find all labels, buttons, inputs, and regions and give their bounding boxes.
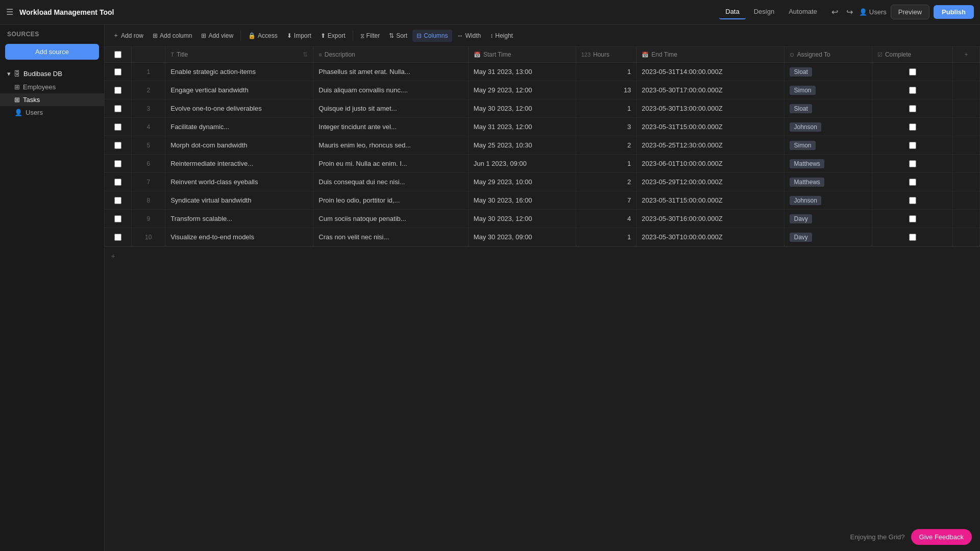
add-view-icon: ⊞ [201,32,206,39]
row-assigned-to: Johnson [785,191,872,210]
row-checkbox[interactable] [114,160,121,167]
complete-checkbox[interactable] [909,197,916,204]
row-end-time: 2023-05-31T14:00:00.000Z [636,63,785,81]
complete-checkbox[interactable] [909,179,916,186]
give-feedback-button[interactable]: Give Feedback [911,529,972,545]
row-checkbox[interactable] [114,215,121,222]
assigned-tag: Matthews [790,178,824,187]
row-checkbox-cell [105,136,132,155]
row-checkbox[interactable] [114,123,121,131]
export-button[interactable]: ⬆ Export [316,30,350,42]
table-row[interactable]: 6 Reintermediate interactive... Proin eu… [105,155,980,173]
complete-checkbox[interactable] [909,215,916,222]
row-extra [953,228,980,246]
header-complete[interactable]: ☑ Complete [872,47,952,63]
row-checkbox[interactable] [114,179,121,186]
row-checkbox-cell [105,210,132,228]
add-view-button[interactable]: ⊞ Add view [197,30,237,42]
row-number: 6 [132,155,165,173]
row-complete [872,210,952,228]
header-description[interactable]: ≡ Description [313,47,468,63]
nav-data[interactable]: Data [719,5,745,19]
row-number: 7 [132,173,165,191]
add-row-button[interactable]: ＋ Add row [109,29,148,42]
row-checkbox[interactable] [114,68,121,76]
sort-button[interactable]: ⇅ Sort [385,30,411,42]
import-button[interactable]: ⬇ Import [283,30,315,42]
row-hours: 3 [576,118,636,136]
columns-button[interactable]: ⊟ Columns [412,30,452,42]
assigned-tag: Davy [790,233,812,242]
assigned-tag: Sloat [790,67,812,77]
table-row[interactable]: 5 Morph dot-com bandwidth Mauris enim le… [105,136,980,155]
row-complete [872,118,952,136]
preview-button[interactable]: Preview [891,5,929,19]
height-icon: ↕ [490,32,493,39]
db-budibase[interactable]: ▾ 🗄 Budibase DB [0,67,104,81]
row-number: 8 [132,191,165,210]
row-checkbox[interactable] [114,87,121,94]
row-complete [872,136,952,155]
tasks-label: Tasks [23,96,40,104]
table-row[interactable]: 9 Transform scalable... Cum sociis natoq… [105,210,980,228]
row-checkbox[interactable] [114,197,121,204]
complete-checkbox[interactable] [909,142,916,149]
table-row[interactable]: 8 Syndicate virtual bandwidth Proin leo … [105,191,980,210]
row-checkbox[interactable] [114,234,121,241]
complete-checkbox[interactable] [909,123,916,131]
complete-checkbox[interactable] [909,160,916,167]
sidebar-item-employees[interactable]: ⊞ Employees [0,81,104,93]
hours-col-icon: 123 [581,52,591,58]
tasks-table: T Title ⇅ ≡ Description [105,47,980,246]
header-start-label: Start Time [483,51,511,58]
filter-button[interactable]: ⧖ Filter [356,30,384,42]
table-row[interactable]: 1 Enable strategic action-items Phasellu… [105,63,980,81]
table-row[interactable]: 4 Facilitate dynamic... Integer tincidun… [105,118,980,136]
nav-design[interactable]: Design [748,5,780,19]
db-icon: 🗄 [14,70,20,78]
complete-checkbox[interactable] [909,105,916,112]
sidebar-item-tasks[interactable]: ⊞ Tasks [0,93,104,106]
undo-button[interactable]: ↩ [829,5,840,19]
redo-button[interactable]: ↪ [844,5,855,19]
main-layout: Sources Add source ▾ 🗄 Budibase DB ⊞ Emp… [0,24,980,551]
row-checkbox[interactable] [114,142,121,149]
table-row[interactable]: 10 Visualize end-to-end models Cras non … [105,228,980,246]
employees-table-icon: ⊞ [14,83,20,91]
height-button[interactable]: ↕ Height [486,30,517,42]
header-end-time[interactable]: 📅 End Time [636,47,785,63]
publish-button[interactable]: Publish [934,5,974,19]
complete-checkbox[interactable] [909,87,916,94]
row-assigned-to: Davy [785,228,872,246]
add-row-bar[interactable]: ＋ [105,246,980,265]
add-column-button[interactable]: ⊞ Add column [149,30,196,42]
table-row[interactable]: 2 Engage vertical bandwidth Duis aliquam… [105,81,980,99]
menu-icon[interactable]: ☰ [6,7,13,17]
nav-automate[interactable]: Automate [782,5,823,19]
users-button[interactable]: 👤 Users [859,8,887,16]
width-button[interactable]: ↔ Width [453,30,485,42]
row-checkbox[interactable] [114,105,121,112]
row-hours: 1 [576,99,636,118]
row-extra [953,63,980,81]
row-complete [872,173,952,191]
row-checkbox-cell [105,81,132,99]
table-row[interactable]: 3 Evolve one-to-one deliverables Quisque… [105,99,980,118]
table-row[interactable]: 7 Reinvent world-class eyeballs Duis con… [105,173,980,191]
row-description: Duis consequat dui nec nisi... [313,173,468,191]
header-title[interactable]: T Title ⇅ [165,47,313,63]
header-start-time[interactable]: 📅 Start Time [468,47,576,63]
row-description: Integer tincidunt ante vel... [313,118,468,136]
complete-checkbox[interactable] [909,68,916,76]
complete-checkbox[interactable] [909,234,916,241]
header-assigned-to[interactable]: ⊙ Assigned To [785,47,872,63]
employees-label: Employees [23,83,56,91]
sidebar-item-users[interactable]: 👤 Users [0,106,104,119]
row-title: Morph dot-com bandwidth [165,136,313,155]
header-hours[interactable]: 123 Hours [576,47,636,63]
select-all-checkbox[interactable] [114,51,121,58]
add-source-button[interactable]: Add source [5,44,99,60]
access-button[interactable]: 🔒 Access [244,30,282,42]
row-complete [872,99,952,118]
add-column-header[interactable]: + [953,47,980,63]
